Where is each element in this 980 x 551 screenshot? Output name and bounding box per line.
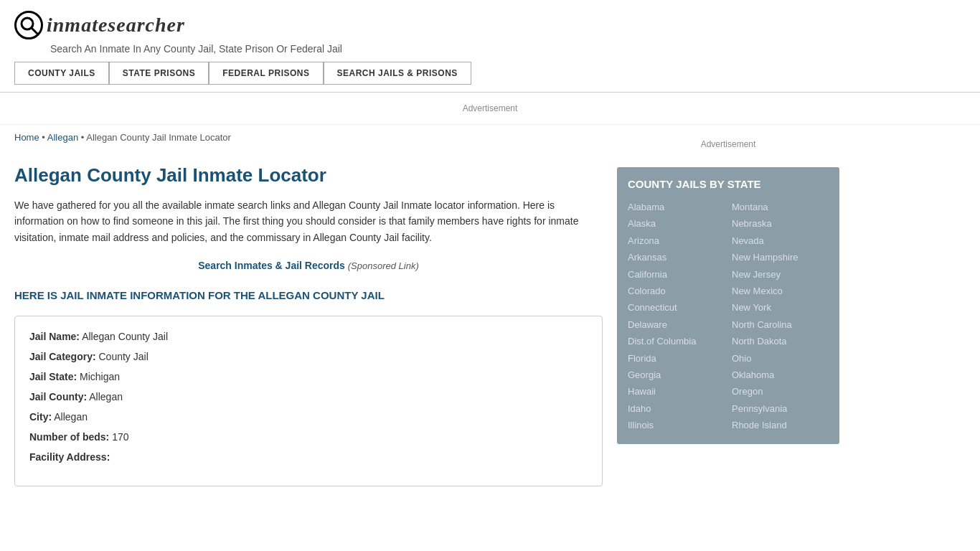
state-link[interactable]: Nebraska: [732, 218, 772, 229]
main-nav: COUNTY JAILS STATE PRISONS FEDERAL PRISO…: [14, 62, 966, 85]
ad-banner-top: Advertisement: [0, 93, 980, 125]
site-header: inmatesearcher Search An Inmate In Any C…: [0, 0, 980, 93]
states-grid: Alabama Alaska Arizona Arkansas Californ…: [628, 199, 829, 433]
state-link[interactable]: New York: [732, 302, 771, 313]
state-link[interactable]: Arkansas: [628, 252, 666, 263]
jail-state-row: Jail State: Michigan: [29, 371, 588, 382]
state-link[interactable]: New Hampshire: [732, 252, 798, 263]
state-link[interactable]: Arizona: [628, 235, 659, 246]
svg-line-1: [32, 28, 37, 34]
state-link[interactable]: Hawaii: [628, 386, 656, 397]
jail-city-value: Allegan: [54, 411, 88, 423]
jail-name-value: Allegan County Jail: [82, 331, 168, 342]
site-tagline: Search An Inmate In Any County Jail, Sta…: [50, 43, 966, 55]
state-link[interactable]: New Mexico: [732, 286, 783, 296]
description-text: We have gathered for you all the availab…: [14, 197, 603, 245]
state-link[interactable]: North Carolina: [732, 319, 792, 330]
jail-address-label: Facility Address:: [29, 451, 110, 463]
jail-name-row: Jail Name: Allegan County Jail: [29, 331, 588, 342]
state-link[interactable]: Florida: [628, 353, 656, 364]
state-link[interactable]: Montana: [732, 202, 768, 212]
state-link[interactable]: Colorado: [628, 286, 666, 296]
jail-state-value: Michigan: [80, 371, 120, 382]
state-link[interactable]: Alaska: [628, 218, 656, 229]
county-jails-title: COUNTY JAILS BY STATE: [628, 178, 829, 190]
main-layout: Home • Allegan • Allegan County Jail Inm…: [0, 125, 980, 494]
logo-text-post: searcher: [108, 14, 185, 36]
main-content: Home • Allegan • Allegan County Jail Inm…: [14, 132, 603, 486]
state-link[interactable]: Oklahoma: [732, 369, 774, 380]
jail-info-box: Jail Name: Allegan County Jail Jail Cate…: [14, 316, 603, 486]
state-link[interactable]: Connecticut: [628, 302, 677, 313]
sidebar: Advertisement COUNTY JAILS BY STATE Alab…: [617, 132, 839, 486]
state-link[interactable]: Ohio: [732, 353, 751, 364]
breadcrumb-separator: •: [42, 132, 45, 143]
state-link[interactable]: North Dakota: [732, 336, 787, 347]
state-link[interactable]: New Jersey: [732, 269, 781, 280]
jail-info-heading: HERE IS JAIL INMATE INFORMATION FOR THE …: [14, 289, 603, 301]
jail-county-row: Jail County: Allegan: [29, 391, 588, 402]
jail-category-row: Jail Category: County Jail: [29, 351, 588, 362]
states-col2: Montana Nebraska Nevada New Hampshire Ne…: [732, 199, 829, 433]
ad-sidebar: Advertisement: [617, 132, 839, 156]
breadcrumb-current: Allegan County Jail Inmate Locator: [86, 132, 231, 143]
jail-address-row: Facility Address:: [29, 451, 588, 463]
breadcrumb-home[interactable]: Home: [14, 132, 39, 143]
logo-area: inmatesearcher: [14, 11, 966, 39]
jail-county-value: Allegan: [89, 391, 123, 402]
state-link[interactable]: Idaho: [628, 403, 651, 414]
breadcrumb: Home • Allegan • Allegan County Jail Inm…: [14, 132, 603, 143]
state-link[interactable]: Dist.of Columbia: [628, 336, 696, 347]
state-link[interactable]: Oregon: [732, 386, 763, 397]
sponsored-label: (Sponsored Link): [348, 260, 419, 271]
jail-city-label: City:: [29, 411, 52, 423]
state-link[interactable]: Illinois: [628, 420, 654, 430]
logo-text: inmatesearcher: [47, 14, 185, 37]
nav-federal-prisons[interactable]: FEDERAL PRISONS: [209, 62, 323, 85]
state-link[interactable]: Nevada: [732, 235, 764, 246]
jail-state-label: Jail State:: [29, 371, 77, 382]
logo-text-pre: inmate: [47, 14, 108, 36]
jail-beds-label: Number of beds:: [29, 431, 109, 443]
nav-search-jails[interactable]: SEARCH JAILS & PRISONS: [324, 62, 471, 85]
jail-city-row: City: Allegan: [29, 411, 588, 423]
jail-name-label: Jail Name:: [29, 331, 80, 342]
state-link[interactable]: Georgia: [628, 369, 661, 380]
jail-category-value: County Jail: [98, 351, 148, 362]
jail-category-label: Jail Category:: [29, 351, 96, 362]
jail-beds-value: 170: [112, 431, 128, 443]
jail-beds-row: Number of beds: 170: [29, 431, 588, 443]
nav-county-jails[interactable]: COUNTY JAILS: [14, 62, 109, 85]
breadcrumb-allegan[interactable]: Allegan: [47, 132, 78, 143]
jail-county-label: Jail County:: [29, 391, 87, 402]
state-link[interactable]: Pennsylvania: [732, 403, 787, 414]
search-link-section: Search Inmates & Jail Records (Sponsored…: [14, 260, 603, 271]
state-link[interactable]: California: [628, 269, 667, 280]
county-jails-box: COUNTY JAILS BY STATE Alabama Alaska Ari…: [617, 167, 839, 444]
state-link[interactable]: Rhode Island: [732, 420, 787, 430]
states-col1: Alabama Alaska Arizona Arkansas Californ…: [628, 199, 725, 433]
search-inmates-link[interactable]: Search Inmates & Jail Records: [198, 260, 345, 271]
state-link[interactable]: Delaware: [628, 319, 667, 330]
logo-icon: [14, 11, 43, 39]
state-link[interactable]: Alabama: [628, 202, 664, 212]
page-title: Allegan County Jail Inmate Locator: [14, 157, 603, 187]
nav-state-prisons[interactable]: STATE PRISONS: [109, 62, 209, 85]
